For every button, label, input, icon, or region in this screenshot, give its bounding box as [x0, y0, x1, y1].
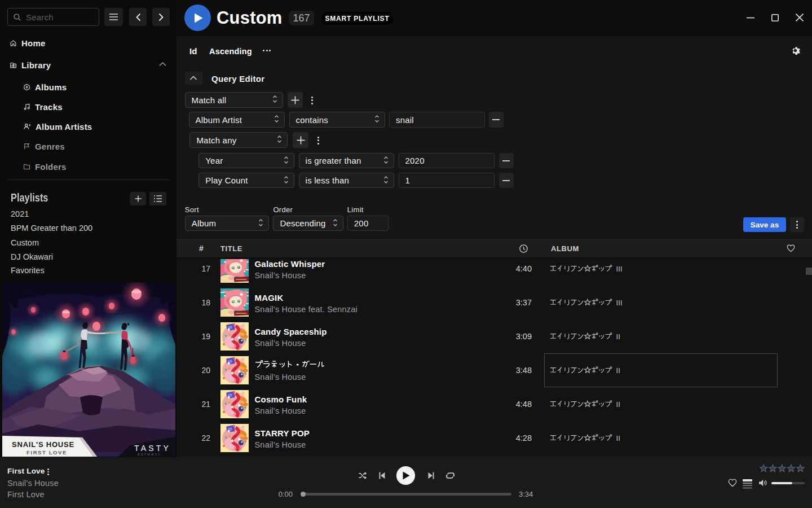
- svg-text:TASTY: TASTY: [134, 444, 171, 453]
- svg-text:BSTMMXI: BSTMMXI: [138, 453, 161, 456]
- svg-text:SNAIL'S HOUSE: SNAIL'S HOUSE: [12, 440, 74, 449]
- svg-text:FIRST LOVE: FIRST LOVE: [27, 449, 67, 456]
